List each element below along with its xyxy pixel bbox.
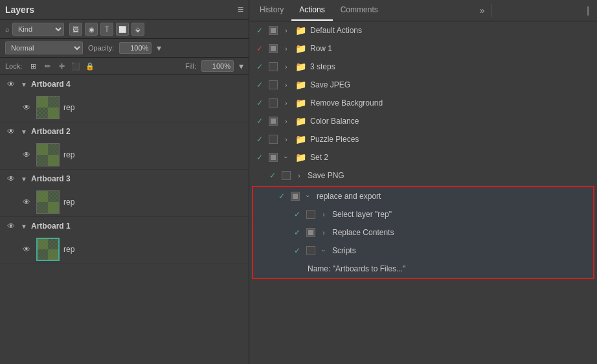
tab-comments[interactable]: Comments [333,0,386,21]
eye-icon-artboard4[interactable]: 👁 [5,78,17,90]
checkbox-color-balance[interactable] [269,117,278,126]
lock-label: Lock: [5,62,22,70]
tab-actions[interactable]: Actions [291,0,332,21]
chevron-color-balance[interactable]: › [282,117,291,126]
action-row-3steps[interactable]: ✓ › 📁 3 steps [249,58,597,76]
chevron-select-layer[interactable]: › [319,210,328,219]
action-row-save-jpeg[interactable]: ✓ › 📁 Save JPEG [249,76,597,94]
chevron-3steps[interactable]: › [282,62,291,71]
blend-mode-select[interactable]: Normal [5,41,83,54]
lock-image-icon[interactable]: ✏ [41,60,53,72]
checkbox-3steps[interactable] [269,62,278,71]
folder-icon-puzzle-pieces: 📁 [295,133,306,145]
chevron-replace-and-export[interactable]: › [304,192,313,201]
action-row-replace-and-export[interactable]: ✓ › replace and export [253,187,593,205]
action-name-color-balance: Color Balance [310,117,359,126]
layer-item-artboard1-rep[interactable]: 👁 rep [0,235,249,264]
chevron-remove-bg[interactable]: › [282,98,291,108]
checkbox-set2[interactable] [269,153,278,162]
layer-name-artboard1-rep: rep [63,245,74,254]
action-row-select-layer[interactable]: ✓ › Select layer "rep" [253,205,593,223]
svg-rect-0 [37,97,48,108]
layers-menu-icon[interactable]: ≡ [238,4,243,16]
action-name-default-actions: Default Actions [310,26,362,35]
artboard-3-header[interactable]: 👁 ▼ Artboard 3 [0,170,249,188]
action-row-replace-contents[interactable]: ✓ › Replace Contents [253,223,593,242]
layer-item-artboard3-rep[interactable]: 👁 rep [0,188,249,216]
filter-text-icon[interactable]: T [100,23,113,36]
checkbox-puzzle-pieces[interactable] [269,135,278,144]
action-name-set2: Set 2 [310,153,328,162]
check-replace-and-export: ✓ [276,191,287,201]
chevron-puzzle-pieces[interactable]: › [282,135,291,144]
layer-item-artboard2-rep[interactable]: 👁 rep [0,141,249,169]
lock-artboard-icon[interactable]: ⬛ [70,60,82,72]
tab-more-icon[interactable]: » [475,3,490,18]
action-name-replace-and-export: replace and export [317,192,381,201]
artboard-1-header[interactable]: 👁 ▼ Artboard 1 [0,217,249,235]
artboard-4-header[interactable]: 👁 ▼ Artboard 4 [0,75,249,93]
checkbox-remove-bg[interactable] [269,98,278,108]
chevron-save-jpeg[interactable]: › [282,80,291,89]
eye-icon-artboard4-rep[interactable]: 👁 [21,102,32,113]
action-row-row1[interactable]: ✓ › 📁 Row 1 [249,40,597,58]
checkbox-replace-contents[interactable] [306,228,315,237]
artboard-2-header[interactable]: 👁 ▼ Artboard 2 [0,122,249,141]
layers-search-row: ⌕ Kind 🖼 ◉ T ⬜ ⬙ [0,20,249,39]
checkbox-row1[interactable] [269,44,278,53]
svg-rect-11 [37,202,48,213]
filter-adjustment-icon[interactable]: ◉ [85,23,98,36]
chevron-row1[interactable]: › [282,44,291,53]
checkbox-save-jpeg[interactable] [269,80,278,89]
layer-item-artboard4-rep[interactable]: 👁 rep [0,93,249,122]
checkbox-replace-and-export[interactable] [291,192,300,201]
action-row-color-balance[interactable]: ✓ › 📁 Color Balance [249,112,597,130]
fill-dropdown-icon[interactable]: ▾ [239,61,243,71]
lock-position-icon[interactable]: ✛ [56,60,67,72]
action-row-puzzle-pieces[interactable]: ✓ › 📁 Puzzle Pieces [249,130,597,148]
blend-row: Normal Opacity: ▾ [0,39,249,58]
chevron-replace-contents[interactable]: › [319,228,328,237]
chevron-artboard3[interactable]: ▼ [19,174,28,183]
chevron-save-png[interactable]: › [295,171,304,180]
eye-icon-artboard1-rep[interactable]: 👁 [21,244,32,255]
action-row-scripts[interactable]: ✓ › Scripts [253,242,593,260]
eye-icon-artboard2-rep[interactable]: 👁 [21,149,32,161]
lock-transparent-icon[interactable]: ⊞ [27,60,39,72]
svg-rect-7 [37,155,48,166]
artboard-group-2: 👁 ▼ Artboard 2 👁 [0,122,249,170]
action-name-row1: Row 1 [310,44,332,53]
tab-history[interactable]: History [252,0,291,21]
artboard-group-4: 👁 ▼ Artboard 4 👁 [0,75,249,122]
chevron-scripts[interactable]: › [319,246,328,255]
action-row-set2[interactable]: ✓ › 📁 Set 2 [249,148,597,166]
checkbox-select-layer[interactable] [306,210,315,219]
checkbox-default-actions[interactable] [269,26,278,35]
fill-input[interactable] [201,60,234,72]
action-name-save-png: Save PNG [308,171,344,180]
action-name-remove-bg: Remove Background [310,98,383,108]
checkbox-scripts[interactable] [306,246,315,255]
filter-shape-icon[interactable]: ⬜ [116,23,129,36]
filter-select[interactable]: Kind [12,23,64,36]
checkbox-save-png[interactable] [282,171,291,180]
chevron-artboard2[interactable]: ▼ [19,127,28,136]
eye-icon-artboard3[interactable]: 👁 [5,173,17,185]
opacity-input[interactable] [119,42,152,54]
action-row-artboards-to-files[interactable]: Name: "Artboards to Files..." [253,260,593,278]
action-row-remove-bg[interactable]: ✓ › 📁 Remove Background [249,94,597,112]
eye-icon-artboard3-rep[interactable]: 👁 [21,196,32,208]
lock-all-icon[interactable]: 🔒 [84,60,96,72]
filter-pixel-icon[interactable]: 🖼 [69,23,82,36]
eye-icon-artboard2[interactable]: 👁 [5,126,17,137]
opacity-dropdown-icon[interactable]: ▾ [157,43,161,53]
chevron-set2[interactable]: › [282,153,291,162]
chevron-default-actions[interactable]: › [282,26,291,35]
tab-panel-icon[interactable]: | [581,3,594,18]
action-row-save-png[interactable]: ✓ › Save PNG [249,166,597,185]
action-row-default-actions[interactable]: ✓ › 📁 Default Actions [249,21,597,40]
chevron-artboard4[interactable]: ▼ [19,80,28,89]
eye-icon-artboard1[interactable]: 👁 [5,220,17,232]
filter-smart-icon[interactable]: ⬙ [131,23,144,36]
chevron-artboard1[interactable]: ▼ [19,222,28,231]
